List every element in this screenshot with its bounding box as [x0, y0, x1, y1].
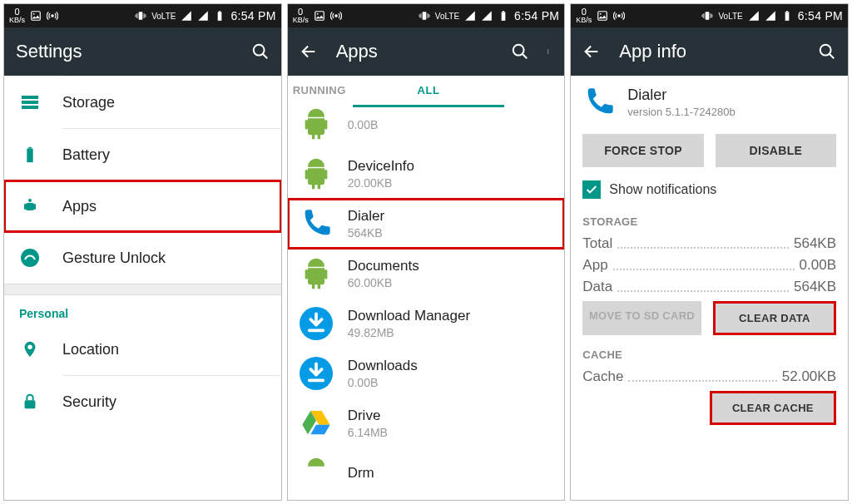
svg-point-42 [820, 45, 831, 56]
screen-app-info: 0KB/s VoLTE 6:54 PM App info Dialer vers… [570, 3, 849, 501]
app-name: DeviceInfo [348, 158, 414, 175]
settings-item-gesture[interactable]: Gesture Unlock [4, 232, 281, 284]
settings-item-label: Location [62, 341, 119, 358]
settings-item-apps[interactable]: Apps [4, 180, 281, 232]
app-list-item[interactable]: Drm [288, 448, 565, 490]
app-name: Downloads [348, 358, 418, 374]
show-notifications-row[interactable]: Show notifications [582, 172, 836, 207]
svg-point-6 [253, 45, 264, 56]
storage-app-row: App0.00B [582, 254, 836, 276]
settings-item-label: Apps [62, 198, 97, 215]
svg-point-1 [33, 13, 35, 15]
app-size: 49.82MB [348, 326, 470, 339]
settings-item-label: Gesture Unlock [62, 250, 166, 267]
hotspot-icon [47, 10, 58, 22]
svg-point-12 [28, 199, 32, 202]
svg-rect-23 [503, 11, 504, 12]
search-icon[interactable] [818, 42, 836, 61]
app-list-item[interactable]: Download Manager49.82MB [288, 299, 565, 348]
app-info-name: Dialer [627, 86, 735, 104]
settings-item-security[interactable]: Security [4, 376, 281, 427]
settings-item-label: Battery [62, 146, 110, 164]
app-info-version: version 5.1.1-724280b [627, 106, 735, 118]
battery-icon [781, 10, 793, 22]
section-cache: CACHE [582, 340, 836, 366]
screen-settings: 0KB/s VoLTE 6:54 PM Settings Storage [3, 3, 282, 501]
svg-rect-18 [315, 12, 324, 21]
screen-apps: 0KB/s VoLTE 6:54 PM Apps RUNNING ALL 0.0… [287, 3, 566, 501]
svg-rect-4 [218, 12, 222, 20]
svg-point-25 [548, 49, 549, 50]
android-icon [300, 457, 333, 490]
svg-rect-3 [139, 12, 143, 19]
hotspot-icon [330, 10, 342, 22]
drive-icon [300, 407, 333, 440]
app-bar: Apps [288, 27, 565, 76]
signal-icon-1 [748, 10, 760, 22]
image-icon [314, 10, 325, 22]
app-list-item-dialer[interactable]: Dialer564KB [288, 199, 565, 249]
app-list-item[interactable]: Drive6.14MB [288, 398, 565, 448]
tab-running[interactable]: RUNNING [288, 76, 354, 107]
svg-rect-13 [26, 203, 34, 210]
search-icon[interactable] [511, 42, 529, 61]
phone-icon [300, 207, 333, 240]
image-icon [30, 10, 42, 22]
back-icon[interactable] [582, 42, 601, 61]
signal-icon-1 [181, 10, 192, 22]
vibrate-icon [135, 10, 146, 22]
signal-icon-2 [765, 10, 776, 22]
android-icon [300, 257, 333, 290]
clock: 6:54 PM [230, 9, 275, 22]
app-info-body: Dialer version 5.1.1-724280b FORCE STOP … [571, 76, 848, 500]
app-size: 6.14MB [348, 426, 388, 439]
signal-icon-2 [481, 10, 493, 22]
storage-total-row: Total564KB [582, 233, 836, 254]
battery-icon [498, 10, 509, 22]
settings-item-battery[interactable]: Battery [4, 129, 281, 180]
back-icon[interactable] [300, 42, 318, 61]
app-list-item[interactable]: Documents60.00KB [288, 249, 565, 299]
settings-item-label: Security [62, 393, 116, 411]
apps-list[interactable]: 0.00B DeviceInfo20.00KB Dialer564KB Docu… [288, 107, 565, 500]
storage-data-row: Data564KB [582, 276, 836, 298]
checkbox-checked-icon[interactable] [582, 180, 601, 199]
lock-icon [19, 391, 41, 413]
clear-data-button[interactable]: CLEAR DATA [713, 301, 836, 335]
disable-button[interactable]: DISABLE [716, 134, 836, 167]
app-list-item[interactable]: Downloads0.00B [288, 348, 565, 398]
data-speed: 0KB/s [576, 7, 592, 24]
svg-rect-8 [22, 101, 38, 104]
svg-point-27 [548, 52, 549, 53]
svg-rect-5 [219, 11, 220, 12]
show-notifications-label: Show notifications [609, 182, 716, 197]
hotspot-icon [613, 10, 625, 22]
app-bar: Settings [4, 27, 281, 76]
settings-item-storage[interactable]: Storage [4, 77, 281, 128]
app-list-item[interactable]: DeviceInfo20.00KB [288, 149, 565, 199]
svg-rect-36 [598, 12, 607, 21]
apps-icon [19, 195, 41, 217]
battery-icon [19, 144, 41, 166]
app-list-item[interactable]: 0.00B [288, 107, 565, 149]
tab-all[interactable]: ALL [353, 76, 503, 107]
svg-rect-17 [25, 400, 36, 408]
download-icon [300, 307, 333, 340]
android-icon [300, 157, 333, 190]
settings-item-label: Storage [62, 94, 115, 111]
svg-point-2 [52, 15, 53, 17]
svg-rect-10 [27, 149, 32, 163]
search-icon[interactable] [251, 42, 270, 61]
signal-icon-2 [197, 10, 209, 22]
overflow-icon[interactable] [547, 42, 552, 61]
page-title: Apps [336, 41, 493, 62]
section-storage: STORAGE [582, 207, 836, 233]
settings-item-location[interactable]: Location [4, 324, 281, 375]
svg-rect-39 [706, 12, 710, 19]
gesture-icon [19, 247, 41, 269]
signal-icon-1 [464, 10, 476, 22]
phone-icon [582, 86, 616, 119]
svg-rect-11 [28, 147, 32, 149]
force-stop-button[interactable]: FORCE STOP [582, 134, 703, 167]
clear-cache-button[interactable]: CLEAR CACHE [710, 391, 836, 425]
